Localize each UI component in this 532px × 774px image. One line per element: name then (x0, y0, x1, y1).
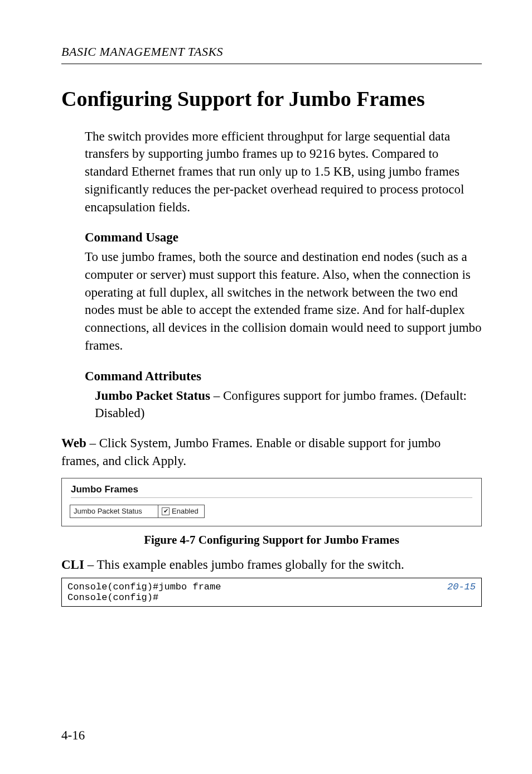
running-header: BASIC MANAGEMENT TASKS (61, 45, 482, 64)
figure-setting-row: Jumbo Packet Status ✔ Enabled (70, 505, 205, 518)
command-usage-body: To use jumbo frames, both the source and… (85, 248, 482, 354)
checkbox-label: Enabled (172, 507, 199, 515)
figure-screenshot: Jumbo Frames Jumbo Packet Status ✔ Enabl… (61, 478, 482, 526)
page-title: Configuring Support for Jumbo Frames (61, 86, 482, 112)
figure-divider (71, 497, 472, 498)
command-usage-heading: Command Usage (85, 230, 482, 245)
code-text: Console(config)#jumbo frame Console(conf… (67, 582, 221, 603)
checkbox-icon[interactable]: ✔ (162, 507, 170, 515)
figure-panel-title: Jumbo Frames (71, 484, 473, 495)
command-attributes-heading: Command Attributes (85, 369, 482, 384)
code-example: Console(config)#jumbo frame Console(conf… (61, 578, 482, 607)
figure-setting-value: ✔ Enabled (158, 505, 205, 518)
code-page-ref: 20-15 (447, 582, 476, 603)
cli-lead: CLI (61, 558, 84, 572)
web-instructions: Web – Click System, Jumbo Frames. Enable… (61, 434, 482, 470)
intro-paragraph: The switch provides more efficient throu… (85, 128, 482, 216)
web-lead: Web (61, 436, 86, 450)
figure-setting-label: Jumbo Packet Status (70, 505, 158, 518)
cli-rest: – This example enables jumbo frames glob… (84, 558, 404, 572)
web-rest: – Click System, Jumbo Frames. Enable or … (61, 436, 441, 468)
cli-instructions: CLI – This example enables jumbo frames … (61, 556, 482, 574)
attribute-name: Jumbo Packet Status (95, 389, 210, 403)
attribute-item: Jumbo Packet Status – Configures support… (95, 387, 482, 422)
figure-caption: Figure 4-7 Configuring Support for Jumbo… (61, 533, 482, 547)
page-number: 4-16 (61, 728, 85, 743)
